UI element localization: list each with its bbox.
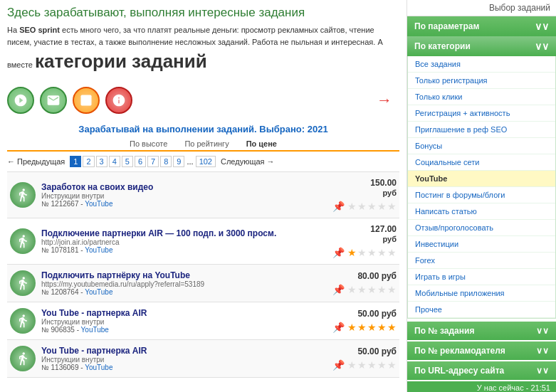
next-button[interactable]: Следующая → <box>221 157 275 166</box>
sort-tab-price[interactable]: По цене <box>238 137 285 152</box>
pin-icon-3[interactable]: 📌 <box>332 284 345 295</box>
by-task-number[interactable]: По № задания ∨∨ <box>407 322 556 340</box>
icon-btn-3[interactable] <box>73 87 100 114</box>
page-1[interactable]: 1 <box>70 156 81 167</box>
task-right-3: 80.00 руб 📌 ★ ★ ★ ★ ★ <box>318 271 397 295</box>
stars-2: ★ ★ ★ ★ ★ <box>347 247 397 258</box>
task-info-3: Подключить партнёрку на YouTube https://… <box>41 270 318 296</box>
task-number-2: № 1078181 - YouTube <box>41 246 318 254</box>
by-advertiser-number[interactable]: По № рекламодателя ∨∨ <box>407 341 556 360</box>
by-category-header[interactable]: По категории ∨∨ <box>407 36 556 56</box>
stars-4: ★ ★ ★ ★ ★ <box>347 322 397 333</box>
page-6[interactable]: 6 <box>135 156 146 167</box>
page-8[interactable]: 8 <box>160 156 172 167</box>
task-title-2[interactable]: Подключение партнерки AIR — 100 подп. и … <box>41 228 318 238</box>
svg-rect-0 <box>81 95 92 106</box>
sidebar-item-social[interactable]: Социальные сети <box>408 154 555 171</box>
task-title-3[interactable]: Подключить партнёрку на YouTube <box>41 270 318 280</box>
task-title-5[interactable]: You Tube - партнерка AIR <box>41 346 318 356</box>
categories-overlay: категории заданий <box>35 51 207 72</box>
by-params-expand-icon: ∨∨ <box>535 21 549 32</box>
table-row: You Tube - партнерка AIR Инструкции внут… <box>7 302 399 340</box>
prev-button[interactable]: ← Предыдущая <box>7 157 65 166</box>
stars-3: ★ ★ ★ ★ ★ <box>347 284 397 295</box>
sidebar-item-forex[interactable]: Forex <box>408 253 555 269</box>
task-title-4[interactable]: You Tube - партнерка AIR <box>41 308 318 318</box>
icon-btn-1[interactable] <box>7 87 34 114</box>
stars-5: ★ ★ ★ ★ ★ <box>347 359 397 371</box>
icon-btn-2[interactable] <box>40 87 67 114</box>
task-icon-2 <box>10 228 36 254</box>
status-bar: У нас сейчас - 21:51 <box>407 381 556 392</box>
task-number-5: № 1136069 - YouTube <box>41 364 318 371</box>
task-right-5: 50.00 руб 📌 ★ ★ ★ ★ ★ <box>318 346 397 371</box>
icon-btn-4[interactable] <box>105 87 132 114</box>
sidebar-item-review[interactable]: Отзыв/проголосовать <box>408 220 555 236</box>
pin-icon-4[interactable]: 📌 <box>332 322 345 333</box>
by-task-number-icon: ∨∨ <box>536 326 549 336</box>
task-source-link-2[interactable]: YouTube <box>85 246 112 254</box>
pin-icon-2[interactable]: 📌 <box>332 247 345 258</box>
page-title: Здесь зарабатывают, выполняя интересные … <box>7 6 399 20</box>
page-5[interactable]: 5 <box>122 156 133 167</box>
sidebar-item-forums[interactable]: Постинг в форумы/блоги <box>408 187 555 203</box>
page-dots: ... <box>187 157 193 166</box>
pagination: ← Предыдущая 1 2 3 4 5 6 7 8 9 ... 102 С… <box>7 156 399 167</box>
task-icon-3 <box>10 270 36 296</box>
seo-sprint-link[interactable]: SEO sprint <box>19 26 60 34</box>
task-price-5: 50.00 руб <box>357 346 397 356</box>
sidebar-item-referral[interactable]: Приглашение в реф SEO <box>408 122 555 138</box>
icon-row <box>7 87 132 114</box>
task-source-link-3[interactable]: YouTube <box>85 288 112 296</box>
sidebar-item-invest[interactable]: Инвестиции <box>408 236 555 253</box>
by-advertiser-number-label: По № рекламодателя <box>414 346 505 356</box>
sidebar-item-clicks-only[interactable]: Только клики <box>408 89 555 105</box>
sidebar-item-bonuses[interactable]: Бонусы <box>408 138 555 154</box>
task-subtitle-5: Инструкции внутри <box>41 356 318 364</box>
by-params-label: По параметрам <box>414 21 479 31</box>
page-9[interactable]: 9 <box>173 156 184 167</box>
sidebar-item-other[interactable]: Прочее <box>408 302 555 318</box>
page-2[interactable]: 2 <box>83 156 94 167</box>
task-subtitle-4: Инструкции внутри <box>41 318 318 326</box>
content-area: Здесь зарабатывают, выполняя интересные … <box>0 0 406 392</box>
pin-icon-1[interactable]: 📌 <box>332 201 345 212</box>
by-url[interactable]: По URL-адресу сайта ∨∨ <box>407 361 556 380</box>
sort-tab-rating[interactable]: По рейтингу <box>176 137 237 150</box>
pin-icon-5[interactable]: 📌 <box>332 359 345 371</box>
task-source-link-4[interactable]: YouTube <box>81 326 109 334</box>
sidebar-section-title: Выбор заданий <box>407 0 556 16</box>
task-title-1[interactable]: Заработок на своих видео <box>41 182 318 192</box>
task-price-2: 127.00руб <box>370 224 397 244</box>
by-params-header[interactable]: По параметрам ∨∨ <box>407 16 556 36</box>
sidebar: Выбор заданий По параметрам ∨∨ По катего… <box>406 0 556 392</box>
sort-tab-height[interactable]: По высоте <box>121 137 176 150</box>
sidebar-item-reg-only[interactable]: Только регистрация <box>408 73 555 89</box>
task-actions-3: 📌 ★ ★ ★ ★ ★ <box>332 284 397 295</box>
task-icon-1 <box>10 182 36 208</box>
table-row: Подключить партнёрку на YouTube https://… <box>7 265 399 302</box>
task-list: Заработок на своих видео Инструкции внут… <box>7 171 399 378</box>
page-4[interactable]: 4 <box>109 156 120 167</box>
task-actions-1: 📌 ★ ★ ★ ★ ★ <box>332 201 397 212</box>
task-icon-5 <box>10 346 36 371</box>
task-price-1: 150.00руб <box>370 178 397 198</box>
task-price-4: 50.00 руб <box>357 309 397 319</box>
task-source-link-5[interactable]: YouTube <box>85 364 112 371</box>
page-7[interactable]: 7 <box>147 156 159 167</box>
by-category-expand-icon: ∨∨ <box>535 41 549 52</box>
category-menu: Все задания Только регистрация Только кл… <box>407 56 556 319</box>
sidebar-item-mobile[interactable]: Мобильные приложения <box>408 285 555 302</box>
sidebar-item-all[interactable]: Все задания <box>408 56 555 73</box>
task-icon-4 <box>10 308 36 334</box>
sidebar-item-reg-activity[interactable]: Регистрация + активность <box>408 105 555 122</box>
sidebar-item-youtube[interactable]: YouTube <box>408 171 555 187</box>
page-102[interactable]: 102 <box>196 156 216 167</box>
task-source-link-1[interactable]: YouTube <box>85 200 112 208</box>
table-row: Подключение партнерки AIR — 100 подп. и … <box>7 218 399 265</box>
page-3[interactable]: 3 <box>96 156 107 167</box>
sidebar-item-games[interactable]: Играть в игры <box>408 269 555 285</box>
task-right-1: 150.00руб 📌 ★ ★ ★ ★ ★ <box>318 178 397 212</box>
by-advertiser-icon: ∨∨ <box>536 346 549 356</box>
sidebar-item-article[interactable]: Написать статью <box>408 203 555 220</box>
